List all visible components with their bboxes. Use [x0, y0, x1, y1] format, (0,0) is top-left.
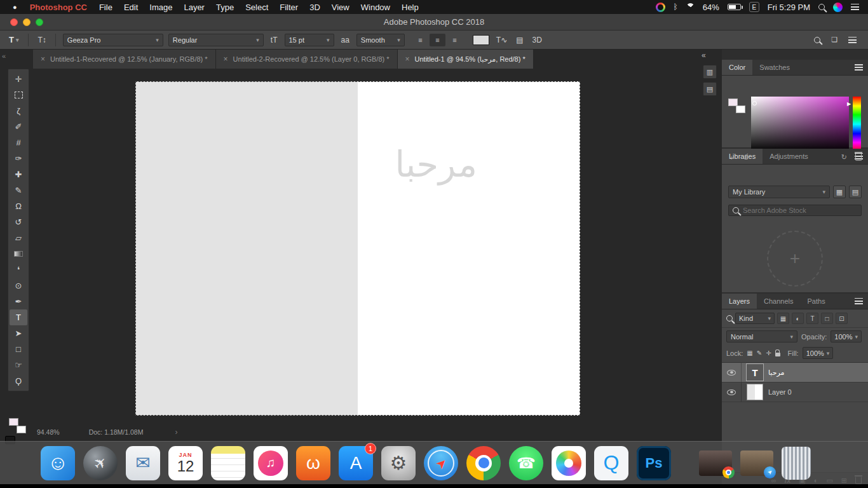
fill-value-select[interactable]: 100% ▾	[803, 347, 834, 359]
search-icon[interactable]	[814, 37, 820, 43]
tab-swatches[interactable]: Swatches	[752, 60, 797, 75]
add-library-item-icon[interactable]: +	[729, 154, 733, 161]
menu-app-name[interactable]: Photoshop CC	[24, 3, 93, 12]
spot-healing-brush-tool[interactable]: ✚	[10, 166, 27, 182]
collapsed-panel-button-1[interactable]: ▥	[703, 65, 717, 79]
add-content-dropzone[interactable]: +	[767, 231, 823, 287]
warp-text-icon[interactable]: T∿	[494, 36, 509, 44]
move-tool[interactable]: ✛	[10, 71, 27, 87]
dock-system-preferences-icon[interactable]: ⚙	[381, 446, 416, 480]
dock-app-store-icon[interactable]: A 1	[339, 446, 373, 480]
layer-row-background[interactable]: Layer 0	[722, 383, 868, 402]
collapsed-panel-button-2[interactable]: ▤	[703, 82, 717, 96]
tab-paths[interactable]: Paths	[801, 294, 832, 309]
background-color-chip[interactable]	[736, 105, 745, 113]
dock-chrome-icon[interactable]	[466, 446, 501, 480]
dock-quicktime-icon[interactable]: Q	[594, 446, 628, 480]
dock-finder-icon[interactable]: ☺	[41, 446, 75, 480]
dodge-tool[interactable]: ⊙	[10, 278, 27, 294]
font-size-select[interactable]: 15 pt ▾	[285, 34, 334, 46]
align-left-button[interactable]: ≡	[412, 34, 428, 46]
blend-mode-select[interactable]: Normal ▾	[726, 330, 797, 342]
menu-window[interactable]: Window	[355, 3, 396, 12]
layer-name[interactable]: Layer 0	[768, 388, 792, 396]
menu-edit[interactable]: Edit	[118, 3, 144, 12]
close-tab-icon[interactable]: ×	[405, 55, 410, 64]
document-tab-1[interactable]: × Untitled-1-Recovered @ 12.5% (January,…	[33, 50, 216, 69]
type-tool-selected[interactable]: T	[10, 309, 27, 325]
filter-shape-layers-icon[interactable]: □	[821, 313, 833, 324]
dock-itunes-icon[interactable]: ♫	[254, 446, 288, 480]
panel-menu-icon[interactable]	[855, 64, 863, 71]
layer-name[interactable]: مرحبا	[768, 369, 784, 377]
anti-alias-select[interactable]: Smooth ▾	[356, 34, 405, 46]
dock-minimized-window-2[interactable]: ➤	[740, 451, 773, 476]
visibility-eye-icon[interactable]	[727, 390, 736, 395]
foreground-color-swatch[interactable]	[9, 418, 18, 426]
dock-safari-icon[interactable]: ➤	[424, 446, 458, 480]
path-selection-tool[interactable]: ➤	[10, 325, 27, 341]
minimize-window-button[interactable]	[23, 18, 31, 26]
spotlight-icon[interactable]	[818, 4, 825, 10]
text-color-swatch[interactable]	[473, 35, 489, 45]
foreground-color-chip[interactable]	[728, 98, 738, 106]
delete-library-item-icon[interactable]	[855, 154, 862, 161]
rectangular-marquee-tool[interactable]	[10, 87, 27, 103]
cc-sync-icon[interactable]: ↻	[841, 153, 847, 161]
siri-icon[interactable]	[833, 3, 843, 12]
history-brush-tool[interactable]: ↺	[10, 214, 27, 230]
upload-icon[interactable]: ↥	[743, 153, 749, 161]
current-tool-icon[interactable]: T ▾	[6, 35, 21, 44]
dock-minimized-window-1[interactable]	[699, 451, 732, 476]
filter-smart-objects-icon[interactable]: ⊡	[836, 313, 848, 324]
zoom-window-button[interactable]	[36, 18, 43, 26]
close-window-button[interactable]	[10, 18, 18, 26]
tab-channels[interactable]: Channels	[757, 294, 800, 309]
menu-help[interactable]: Help	[396, 3, 424, 12]
menu-file[interactable]: File	[93, 3, 118, 12]
clone-stamp-tool[interactable]: Ω	[10, 198, 27, 214]
layer-thumbnail[interactable]	[747, 384, 763, 400]
background-color-swatch[interactable]	[17, 426, 26, 433]
brush-tool[interactable]: ✎	[10, 182, 27, 198]
lasso-tool[interactable]: ζ	[10, 103, 27, 119]
eyedropper-tool[interactable]: ✑	[10, 151, 27, 166]
close-tab-icon[interactable]: ×	[224, 55, 228, 64]
wifi-icon[interactable]	[686, 3, 695, 11]
menu-clock[interactable]: Fri 5:29 PM	[768, 3, 810, 12]
crop-tool[interactable]: #	[10, 135, 27, 151]
zoom-level-field[interactable]: 94.48%	[37, 428, 60, 436]
library-select[interactable]: My Library ▾	[728, 186, 830, 198]
hue-slider[interactable]	[853, 97, 861, 152]
font-family-select[interactable]: Geeza Pro ▾	[63, 34, 163, 46]
filter-pixel-layers-icon[interactable]: ▦	[777, 313, 789, 324]
document-tab-2[interactable]: × Untitled-2-Recovered @ 12.5% (Layer 0,…	[216, 50, 398, 69]
bluetooth-icon[interactable]: ᛒ	[674, 3, 678, 11]
hand-tool[interactable]: ☞	[10, 357, 27, 373]
rectangle-tool[interactable]: □	[10, 341, 27, 357]
dock-trash-icon[interactable]	[782, 447, 811, 480]
filter-adjustment-layers-icon[interactable]: ◐	[792, 313, 804, 324]
grid-view-button[interactable]: ▦	[833, 186, 846, 198]
opacity-value-select[interactable]: 100% ▾	[831, 330, 862, 342]
dock-launchpad-icon[interactable]: ✈	[83, 446, 118, 480]
menu-image[interactable]: Image	[144, 3, 178, 12]
font-style-select[interactable]: Regular ▾	[168, 34, 264, 46]
lock-position-icon[interactable]: ✛	[766, 349, 771, 356]
menu-type[interactable]: Type	[210, 3, 240, 12]
document-tab-3-active[interactable]: × Untitled-1 @ 94.5% (مرحبا, Red/8) *	[398, 50, 534, 69]
dock-mail-icon[interactable]: ✉	[126, 446, 160, 480]
color-picker-marker[interactable]	[752, 101, 757, 105]
notification-center-icon[interactable]	[851, 4, 859, 10]
dock-ibooks-icon[interactable]: ω	[296, 446, 330, 480]
menu-view[interactable]: View	[326, 3, 355, 12]
tab-layers[interactable]: Layers	[722, 294, 757, 309]
battery-icon[interactable]	[728, 4, 741, 10]
filter-type-layers-icon[interactable]: T	[806, 313, 818, 324]
canvas-text-layer[interactable]: مرحبا	[395, 144, 477, 185]
visibility-eye-icon[interactable]	[727, 370, 736, 376]
collapse-tools-chevron-icon[interactable]: «	[2, 52, 6, 60]
lock-transparency-icon[interactable]: ▦	[747, 349, 752, 356]
lock-all-icon[interactable]	[775, 353, 780, 356]
filter-kind-select[interactable]: Kind ▾	[735, 313, 775, 324]
